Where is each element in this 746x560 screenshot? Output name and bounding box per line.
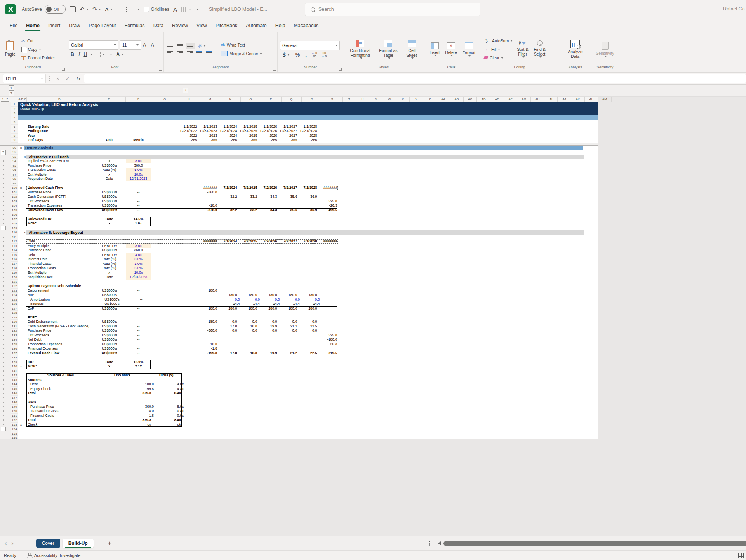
cell[interactable]: Purchase Price <box>26 190 93 195</box>
insert-function-icon[interactable]: fx <box>73 76 84 82</box>
cell[interactable] <box>198 235 219 240</box>
cell[interactable] <box>238 262 259 266</box>
cell[interactable]: 180.0 <box>238 293 259 297</box>
cell[interactable] <box>151 369 177 374</box>
cell[interactable] <box>238 431 259 436</box>
marker-cell[interactable] <box>18 409 26 414</box>
cell[interactable] <box>238 235 259 240</box>
row-header[interactable]: 109 <box>11 226 18 231</box>
marker-cell[interactable] <box>18 418 26 423</box>
cell[interactable] <box>278 284 299 289</box>
cell[interactable] <box>278 311 299 315</box>
cell[interactable] <box>178 431 198 436</box>
cell[interactable] <box>198 266 219 271</box>
column-header-AE[interactable]: AE <box>490 97 504 102</box>
cell[interactable] <box>218 369 238 374</box>
cell[interactable]: -360.0 <box>198 329 219 333</box>
row-header[interactable]: 97 <box>11 172 18 177</box>
cell[interactable] <box>238 190 259 195</box>
qat-overflow-button[interactable] <box>195 9 199 10</box>
cell[interactable] <box>218 271 238 275</box>
marker-cell[interactable] <box>18 221 26 226</box>
delete-cells-button[interactable]: ×Delete <box>442 41 459 57</box>
cell[interactable]: Unlevered Cash Flow <box>26 186 93 190</box>
cell[interactable] <box>298 427 318 431</box>
cell[interactable]: Transaction Expenses <box>26 203 93 208</box>
cell[interactable]: Financial Costs <box>26 262 93 266</box>
cell[interactable]: 360.0 <box>126 163 151 168</box>
row-outline-level-1-button[interactable]: 1 <box>1 97 5 102</box>
cell[interactable]: 21.2 <box>278 324 299 329</box>
row-header[interactable]: 121 <box>11 280 18 284</box>
cell[interactable] <box>93 427 126 431</box>
cell[interactable] <box>238 360 259 365</box>
row-header[interactable]: 127 <box>11 306 18 311</box>
cell[interactable]: Exit Multiple <box>26 172 93 177</box>
cell[interactable]: 4.0x <box>126 253 151 257</box>
dialog-launcher-icon[interactable] <box>159 68 162 71</box>
marker-cell[interactable]: x <box>18 155 26 159</box>
marker-cell[interactable] <box>18 311 26 315</box>
cell[interactable]: 0.0 <box>238 320 259 324</box>
cell[interactable] <box>298 431 318 436</box>
dialog-launcher-icon[interactable] <box>62 68 65 71</box>
cell[interactable] <box>298 221 318 226</box>
column-header-S[interactable]: S <box>322 97 343 102</box>
cell[interactable]: Transaction Expenses <box>26 342 93 347</box>
cell[interactable]: 2027 <box>278 134 299 138</box>
marker-cell[interactable] <box>18 163 26 168</box>
cell[interactable]: 1/1/2025 <box>238 125 259 129</box>
cell[interactable] <box>93 235 126 240</box>
cell[interactable] <box>238 253 259 257</box>
cell[interactable] <box>258 177 278 181</box>
format-painter-button[interactable]: Format Painter <box>20 54 56 62</box>
cell[interactable] <box>94 396 151 400</box>
cell[interactable] <box>318 293 339 297</box>
cell[interactable] <box>26 427 93 431</box>
fill-color-quick-button[interactable] <box>136 9 140 10</box>
cell[interactable]: 7/1/2024 <box>218 239 238 244</box>
cell[interactable] <box>298 337 318 342</box>
cell[interactable]: Cash Generation (FCFF - Debt Service) <box>26 324 93 329</box>
cell[interactable] <box>198 311 219 315</box>
cell[interactable] <box>218 120 238 125</box>
cell[interactable] <box>178 364 198 369</box>
cell[interactable] <box>151 120 177 125</box>
cell[interactable] <box>178 239 198 244</box>
row-header[interactable]: 113 <box>11 244 18 249</box>
column-header-AB[interactable]: AB <box>450 97 464 102</box>
cell[interactable] <box>278 172 299 177</box>
marker-cell[interactable]: x <box>18 364 26 369</box>
cell[interactable] <box>318 266 339 271</box>
cell[interactable] <box>278 266 299 271</box>
cell[interactable] <box>26 120 93 125</box>
cell[interactable] <box>151 427 177 431</box>
cell[interactable]: 19.9 <box>258 351 278 356</box>
cell[interactable]: 1/1/2027 <box>278 125 299 129</box>
cell[interactable] <box>178 244 198 249</box>
cell[interactable]: 180.0 <box>258 293 278 297</box>
marker-cell[interactable]: x <box>18 423 26 427</box>
cell[interactable] <box>258 289 278 293</box>
marker-cell[interactable] <box>18 159 26 163</box>
cell[interactable] <box>218 436 238 439</box>
excel-logo-icon[interactable] <box>5 4 16 14</box>
cell[interactable]: 180.0 <box>218 293 238 297</box>
row-header[interactable]: 114 <box>11 248 18 253</box>
row-header[interactable]: 101 <box>11 190 18 195</box>
cell[interactable] <box>178 159 198 163</box>
cell[interactable] <box>178 150 198 155</box>
cell[interactable] <box>298 333 318 338</box>
column-header-D[interactable]: D <box>27 97 92 102</box>
cell[interactable] <box>318 226 339 231</box>
cell[interactable] <box>151 320 177 324</box>
cell[interactable] <box>151 329 177 333</box>
cell[interactable] <box>258 431 278 436</box>
cell[interactable] <box>93 186 126 190</box>
row-header[interactable]: 4 <box>11 115 18 120</box>
cell[interactable] <box>198 172 219 177</box>
marker-cell[interactable] <box>18 181 26 186</box>
normal-view-icon[interactable] <box>738 553 744 558</box>
menu-tab-insert[interactable]: Insert <box>44 20 64 32</box>
cell[interactable]: x <box>93 159 126 163</box>
